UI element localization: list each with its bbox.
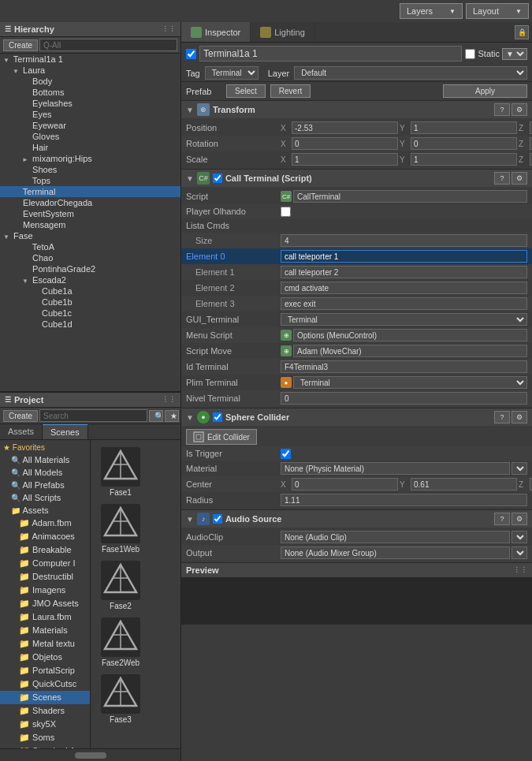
size-input[interactable] — [281, 234, 527, 247]
tab-scenes[interactable]: Scenes — [43, 424, 88, 439]
audioclip-input[interactable] — [281, 531, 510, 543]
asset-fase2[interactable]: Fase2 — [94, 557, 147, 612]
tree-item-tops[interactable]: Tops — [0, 175, 180, 186]
audio-source-header[interactable]: ▼ ♪ Audio Source ? ⚙ — [181, 510, 532, 528]
plim-select[interactable]: Terminal — [293, 376, 527, 389]
revert-btn[interactable]: Revert — [270, 84, 311, 98]
static-dropdown[interactable]: ▼ — [502, 48, 527, 60]
apply-btn[interactable]: Apply — [443, 84, 527, 98]
transform-header[interactable]: ▼ ⊕ Transform ? ⚙ — [181, 101, 532, 118]
pos-y-input[interactable] — [411, 121, 517, 134]
tree-item-eyelashes[interactable]: Eyelashes — [0, 98, 180, 109]
tree-item-eventsystem[interactable]: EventSystem — [0, 208, 180, 219]
project-tree-portalscript[interactable]: 📁 PortalScrip — [0, 664, 90, 677]
layout-dropdown[interactable]: Layout — [466, 3, 529, 19]
project-tree-assets-root[interactable]: 📁 Assets — [0, 504, 90, 517]
tab-lighting[interactable]: Lighting — [251, 22, 315, 42]
project-tree-materials[interactable]: 📁 Materials — [0, 624, 90, 637]
sc-help-btn[interactable]: ? — [494, 411, 510, 423]
tree-item-terminal1a[interactable]: ▼ Terminal1a 1 — [0, 54, 180, 65]
tree-item-cube1d[interactable]: Cube1d — [0, 319, 180, 330]
radius-input[interactable] — [281, 494, 527, 506]
tree-item-bottoms[interactable]: Bottoms — [0, 87, 180, 98]
transform-help-btn[interactable]: ? — [494, 103, 510, 116]
tree-item-pontinha[interactable]: PontinhaGrade2 — [0, 263, 180, 274]
as-checkbox[interactable] — [213, 514, 222, 524]
scale-y-input[interactable] — [411, 153, 517, 166]
pos-x-input[interactable] — [292, 121, 398, 134]
transform-menu-btn[interactable]: ⚙ — [512, 103, 527, 116]
call-terminal-header[interactable]: ▼ C# Call Terminal (Script) ? ⚙ — [181, 170, 532, 187]
tree-item-eyes[interactable]: Eyes — [0, 109, 180, 120]
project-star-btn[interactable]: ★ — [165, 410, 179, 422]
sphere-collider-header[interactable]: ▼ ● Sphere Collider ? ⚙ — [181, 408, 532, 426]
project-tree-all-scripts[interactable]: 🔍 All Scripts — [0, 491, 90, 504]
select-btn[interactable]: Select — [226, 84, 266, 98]
tree-item-fase[interactable]: ▼ Fase — [0, 230, 180, 241]
hierarchy-create-btn[interactable]: Create — [3, 39, 38, 51]
tree-item-escada2[interactable]: ▼ Escada2 — [0, 274, 180, 285]
sc-menu-btn[interactable]: ⚙ — [512, 411, 527, 423]
hierarchy-search[interactable] — [39, 39, 177, 51]
project-tree-jmo[interactable]: 📁 JMO Assets — [0, 597, 90, 610]
project-tree-soms[interactable]: 📁 Soms — [0, 731, 90, 744]
material-input[interactable] — [281, 462, 510, 475]
tree-item-eyewear[interactable]: Eyewear — [0, 120, 180, 131]
project-tree-adamfbm[interactable]: 📁 Adam.fbm — [0, 517, 90, 530]
tree-item-mensagem[interactable]: Mensagem — [0, 219, 180, 230]
project-tree-metal[interactable]: 📁 Metal textu — [0, 637, 90, 651]
project-tree-all-models[interactable]: 🔍 All Models — [0, 466, 90, 479]
script-input[interactable] — [293, 190, 527, 203]
static-checkbox[interactable] — [465, 49, 475, 59]
as-help-btn[interactable]: ? — [494, 513, 510, 525]
tree-item-shoes[interactable]: Shoes — [0, 164, 180, 175]
inspector-lock-btn[interactable]: 🔒 — [515, 25, 529, 39]
ct-help-btn[interactable]: ? — [494, 172, 510, 185]
sc-checkbox[interactable] — [213, 412, 222, 422]
material-select[interactable]: ◎ — [512, 462, 527, 475]
asset-fase1web[interactable]: Fase1Web — [94, 500, 147, 555]
tree-item-body[interactable]: Body — [0, 76, 180, 87]
layer-dropdown[interactable]: Default — [294, 66, 527, 80]
script-move-input[interactable] — [293, 345, 527, 357]
id-terminal-input[interactable] — [281, 360, 527, 373]
tree-item-elevador[interactable]: ElevadorChegada — [0, 197, 180, 208]
as-menu-btn[interactable]: ⚙ — [512, 513, 527, 525]
scale-x-input[interactable] — [292, 153, 398, 166]
project-tree-quickcutsc[interactable]: 📁 QuickCutsc — [0, 677, 90, 691]
asset-fase1[interactable]: Fase1 — [94, 443, 147, 498]
tree-item-cube1b[interactable]: Cube1b — [0, 297, 180, 308]
element0-input[interactable] — [281, 250, 527, 263]
asset-fase2web[interactable]: Fase2Web — [94, 614, 147, 669]
tab-inspector[interactable]: Inspector — [181, 22, 251, 42]
asset-fase3[interactable]: Fase3 — [94, 670, 147, 726]
tree-item-cube1c[interactable]: Cube1c — [0, 308, 180, 319]
is-trigger-checkbox[interactable] — [281, 449, 291, 459]
project-tree-animacoes[interactable]: 📁 Animacoes — [0, 530, 90, 543]
element3-input[interactable] — [281, 297, 527, 310]
project-search-btn[interactable]: 🔍 — [149, 410, 163, 422]
tab-assets[interactable]: Assets — [0, 424, 43, 439]
rot-x-input[interactable] — [292, 137, 398, 150]
output-select[interactable]: ◎ — [512, 547, 527, 559]
output-input[interactable] — [281, 547, 510, 559]
rot-y-input[interactable] — [411, 137, 517, 150]
project-tree-objetos[interactable]: 📁 Objetos — [0, 651, 90, 664]
project-create-btn[interactable]: Create — [3, 410, 38, 422]
object-name-input[interactable] — [199, 46, 462, 62]
project-tree-destructibl[interactable]: 📁 Destructibl — [0, 570, 90, 584]
gui-terminal-select[interactable]: Terminal — [281, 313, 527, 326]
tree-item-terminal[interactable]: Terminal — [0, 186, 180, 197]
ct-menu-btn[interactable]: ⚙ — [512, 172, 527, 185]
element1-input[interactable] — [281, 266, 527, 278]
project-search[interactable] — [39, 409, 147, 422]
object-active-checkbox[interactable] — [186, 49, 196, 59]
edit-collider-btn[interactable]: Edit Collider — [186, 429, 257, 445]
project-tree-computer[interactable]: 📁 Computer I — [0, 557, 90, 570]
audioclip-select[interactable]: ◎ — [512, 531, 527, 543]
project-tree-all-prefabs[interactable]: 🔍 All Prefabs — [0, 479, 90, 491]
tag-dropdown[interactable]: Terminal — [205, 66, 259, 80]
project-tree-shaders[interactable]: 📁 Shaders — [0, 704, 90, 718]
tree-item-hair[interactable]: Hair — [0, 142, 180, 153]
project-tree-sky5x[interactable]: 📁 sky5X — [0, 718, 90, 731]
